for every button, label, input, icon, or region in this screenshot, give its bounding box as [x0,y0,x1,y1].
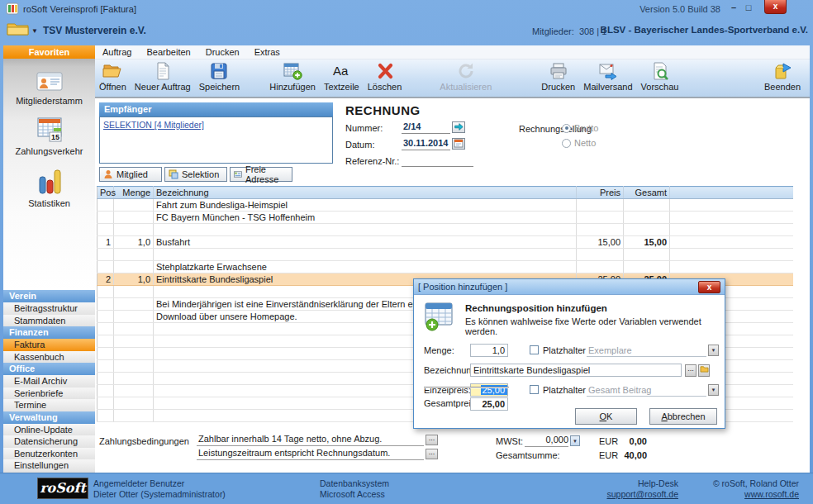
save-floppy-icon [208,62,230,82]
cell-preis [577,212,624,224]
radio-netto[interactable]: Netto [562,137,596,149]
dialog-subtitle: Es können wahlweise fixe Werte oder Vari… [465,316,725,336]
cell-menge [114,199,154,212]
sidebar-item-e-mail-archiv[interactable]: E-Mail Archiv [3,375,95,388]
cell-gesamt [624,249,670,261]
table-row[interactable] [97,249,794,261]
menu-extras[interactable]: Extras [247,47,288,57]
cell-menge [114,323,154,335]
support-email-link[interactable]: support@rosoft.de [606,489,678,500]
new-order-button[interactable]: Neuer Auftrag [131,62,195,92]
table-row[interactable]: FC Bayern München - TSG Hoffenheim [97,212,794,224]
preview-button[interactable]: Vorschau [637,62,683,92]
datum-field[interactable]: 30.11.2014 [402,138,450,150]
terms2-browse-button[interactable]: ... [426,449,438,459]
menu-bearbeiten[interactable]: Bearbeiten [139,47,197,57]
table-row[interactable]: Stehplatzkarte Erwachsene [97,261,794,273]
club-folder-icon[interactable] [7,21,29,37]
menge-placeholder-checkbox[interactable] [530,345,539,354]
menge-input[interactable]: 1,0 [470,344,508,357]
mwst-amount: 0,00 [616,436,647,446]
table-row[interactable]: Fahrt zum Bundesliga-Heimspiel [97,199,794,212]
minimize-button[interactable]: – [727,2,740,12]
menge-placeholder-select[interactable]: Exemplare [587,344,706,357]
save-button[interactable]: Speichern [195,62,245,92]
cell-menge: 1,0 [114,236,154,249]
dialog-close-button[interactable]: x [698,281,720,293]
person-icon [103,169,113,179]
dialog-separator [424,387,509,388]
open-button[interactable]: Öffnen [95,62,131,92]
sidebar-item-kassenbuch[interactable]: Kassenbuch [3,351,95,364]
sidebar-item-beitragsstruktur[interactable]: Beitragsstruktur [3,302,95,315]
menge-select-arrow[interactable]: ▼ [708,345,719,356]
nummer-field[interactable]: 2/14 [402,121,450,134]
free-address-button[interactable]: Freie Adresse [230,167,292,182]
cell-pos [97,286,114,298]
recipient-box: SELEKTION [4 Mitglieder] [99,116,333,164]
gesamtpreis-input[interactable]: 25,00 [470,397,508,411]
member-button[interactable]: Mitglied [99,167,162,182]
menge-placeholder-label: Platzhalter [543,345,586,355]
sidebar-item-faktura[interactable]: Faktura [3,339,95,351]
next-number-button[interactable] [452,121,465,133]
cell-pos [97,261,114,273]
bezeichnung-folder-button[interactable] [698,364,710,377]
exit-folder-icon [772,62,793,82]
mail-send-button[interactable]: Mailversand [579,62,636,92]
sidebar-item-serienbriefe[interactable]: Serienbriefe [3,388,95,400]
table-row[interactable]: 11,0Busfahrt15,0015,00 [97,236,794,249]
exit-button[interactable]: Beenden [760,62,805,92]
cell-pos: 1 [97,236,114,249]
add-position-button[interactable]: Hinzufügen [265,62,320,92]
sidebar-item-zahlungsverkehr[interactable]: 15 Zahlungsverkehr [3,116,95,156]
col-gesamt: Gesamt [624,187,670,199]
sidebar-item-termine[interactable]: Termine [3,399,95,411]
payment-terms-line1[interactable]: Zahlbar innerhalb 14 Tage netto, ohne Ab… [197,434,424,446]
cell-menge [114,360,154,373]
cell-pos [97,373,114,385]
cell-gesamt [624,261,670,273]
delete-button[interactable]: Löschen [364,62,406,92]
sidebar-item-statistiken[interactable]: Statistiken [3,167,95,208]
sidebar-item-stammdaten[interactable]: Stammdaten [3,315,95,327]
close-button[interactable]: x [764,0,787,14]
mwst-dropdown-arrow[interactable]: ▼ [570,435,580,446]
ok-button[interactable]: OK [575,408,637,425]
menu-auftrag[interactable]: Auftrag [95,47,139,57]
selection-link[interactable]: SELEKTION [4 Mitglieder] [103,120,204,130]
mwst-select[interactable]: 0,000 [525,435,568,447]
cell-menge [114,410,154,422]
col-pos: Pos [97,187,114,199]
copyright: © roSoft, Roland Otter www.rosoft.de [713,478,799,500]
terms1-browse-button[interactable]: ... [426,435,438,445]
referenz-field[interactable] [402,155,473,167]
maximize-button[interactable]: □ [742,2,755,12]
radio-brutto[interactable]: Brutto [562,122,598,134]
club-dropdown-arrow[interactable]: ▼ [31,27,38,35]
print-button[interactable]: Drucken [537,62,579,92]
preview-magnifier-icon [649,62,671,82]
database-system: Datenbanksystem Microsoft Access [320,478,389,500]
cell-pos [97,348,114,360]
selection-button[interactable]: Selektion [164,167,227,182]
sidebar-item-benutzerkonten[interactable]: Benutzerkonten [3,448,95,460]
bezeichnung-browse-button[interactable]: ... [685,364,697,377]
text-line-button[interactable]: Aa Textzeile [320,62,364,92]
cancel-button[interactable]: Abbrechen [649,408,717,425]
sidebar-item-online-update[interactable]: Online-Update [3,424,95,436]
date-picker-button[interactable] [452,138,465,150]
bezeichnung-input[interactable]: Eintrittskarte Bundesligaspiel [470,364,682,377]
sidebar-item-datensicherung[interactable]: Datensicherung [3,435,95,448]
website-link[interactable]: www.rosoft.de [713,489,799,500]
col-extra [670,187,794,199]
datum-label: Datum: [345,140,374,150]
table-row[interactable] [97,224,794,236]
open-folder-icon [102,62,123,82]
sidebar-item-mitgliederstamm[interactable]: Mitgliederstamm [3,69,95,106]
payment-terms-line2[interactable]: Leistungszeitraum entspricht Rechnungsda… [197,448,424,460]
add-position-dialog: [ Position hinzufügen ] x Rechnungsposit… [413,278,725,429]
sidebar-item-einstellungen[interactable]: Einstellungen [3,459,95,472]
logged-in-user: Angemeldeter Benutzer Dieter Otter (Syst… [93,478,226,500]
menu-drucken[interactable]: Drucken [198,47,247,57]
